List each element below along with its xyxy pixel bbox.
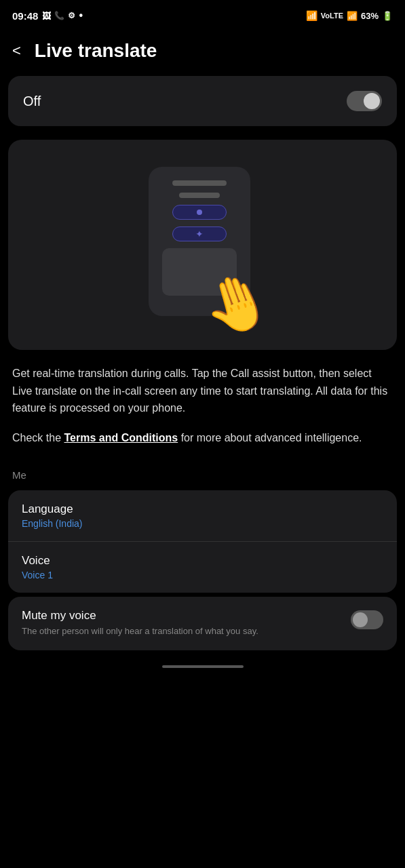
mute-row: Mute my voice The other person will only… — [22, 609, 383, 637]
battery-icon: 🔋 — [382, 11, 393, 21]
status-bar: 09:48 🖼 📞 ⚙ • 📶 VoLTE 📶 63% 🔋 — [0, 0, 405, 28]
terms-prefix: Check the — [12, 432, 64, 443]
phone-btn-star-icon: ✦ — [195, 229, 204, 239]
main-toggle-switch[interactable] — [347, 91, 382, 111]
page-header: < Live translate — [0, 28, 405, 76]
phone-btn-dot — [197, 210, 202, 215]
settings-card: Language English (India) Voice Voice 1 — [8, 490, 397, 593]
terms-text: Check the Terms and Conditions for more … — [12, 429, 393, 447]
bottom-indicator — [162, 665, 244, 668]
page-title: Live translate — [35, 40, 157, 62]
toggle-label: Off — [23, 94, 41, 109]
photo-icon: 🖼 — [42, 11, 51, 21]
section-label: Me — [0, 458, 405, 486]
gear-icon: ⚙ — [68, 11, 75, 20]
wifi-icon: 📶 — [306, 10, 317, 21]
mute-toggle-knob — [353, 612, 368, 627]
time-display: 09:48 — [12, 10, 38, 22]
phone-illustration: ✦ 🤚 — [149, 167, 257, 330]
toggle-knob — [364, 93, 380, 109]
battery-percent: 63% — [361, 11, 379, 21]
main-toggle-row[interactable]: Off — [8, 76, 397, 126]
language-value: English (India) — [22, 518, 383, 529]
phone-line-2 — [179, 193, 220, 198]
dot-icon: • — [79, 9, 83, 22]
mute-title: Mute my voice — [22, 609, 340, 623]
phone-button-2: ✦ — [172, 226, 227, 241]
bars-icon: 📶 — [347, 11, 358, 21]
bottom-bar — [0, 654, 405, 675]
terms-link[interactable]: Terms and Conditions — [64, 432, 178, 443]
back-button[interactable]: < — [7, 39, 26, 62]
terms-suffix: for more about advanced intelligence. — [178, 432, 362, 443]
phone-line-1 — [172, 180, 227, 186]
language-title: Language — [22, 502, 383, 516]
illustration-card: ✦ 🤚 — [8, 140, 397, 350]
mute-toggle-switch[interactable] — [351, 610, 383, 629]
mute-card[interactable]: Mute my voice The other person will only… — [8, 597, 397, 650]
signal-icon: VoLTE — [321, 12, 343, 20]
mute-text-block: Mute my voice The other person will only… — [22, 609, 351, 637]
description-text: Get real-time translation during calls. … — [12, 365, 393, 417]
phone-button-1 — [172, 205, 227, 220]
call-icon: 📞 — [54, 11, 64, 20]
mute-subtitle: The other person will only hear a transl… — [22, 625, 340, 637]
voice-item[interactable]: Voice Voice 1 — [8, 541, 397, 593]
voice-value: Voice 1 — [22, 570, 383, 580]
description-section: Get real-time translation during calls. … — [0, 365, 405, 458]
voice-title: Voice — [22, 554, 383, 568]
language-item[interactable]: Language English (India) — [8, 490, 397, 541]
